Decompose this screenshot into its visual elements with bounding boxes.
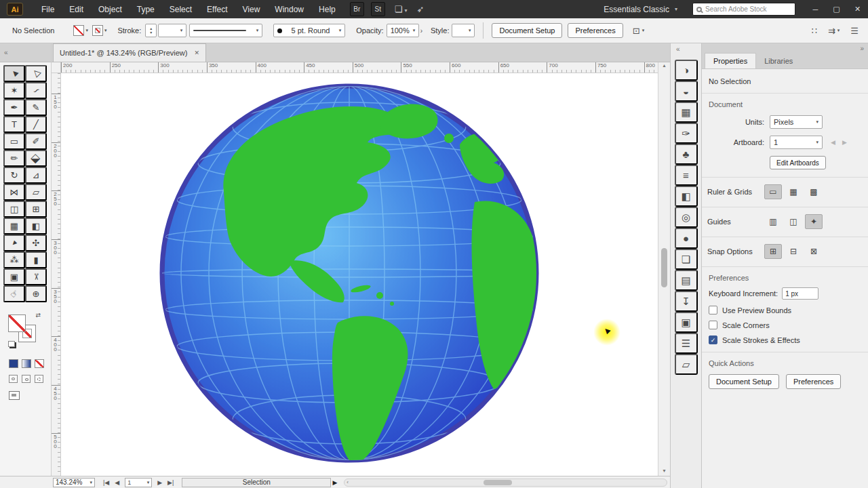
toggle-rulers-button[interactable]: ▭ [764, 184, 782, 199]
swap-fill-stroke-icon[interactable]: ⇄ [35, 312, 41, 319]
opacity-dropdown[interactable]: 100% ▾ [387, 24, 419, 37]
slice-tool[interactable]: ✂ [25, 268, 47, 285]
panel-tab[interactable]: Libraries [756, 53, 801, 68]
show-guides-button[interactable]: ▥ [764, 214, 782, 229]
edit-artboards-button[interactable]: Edit Artboards [770, 156, 826, 169]
vertical-ruler[interactable]: 150200250300350400450500 [52, 73, 61, 476]
checkbox-row[interactable]: Scale Corners [709, 321, 863, 329]
draw-inside-button[interactable] [35, 375, 43, 383]
keyboard-increment-input[interactable] [782, 287, 818, 300]
minimize-button[interactable]: ─ [805, 0, 826, 18]
panel-color-guide-icon[interactable]: ◒ [675, 81, 698, 102]
document-setup-button[interactable]: Document Setup [492, 23, 562, 38]
scroll-up-icon[interactable]: ▴ [663, 62, 665, 70]
next-artboard-button[interactable]: ▶ [157, 479, 162, 486]
blend-tool[interactable]: ✣ [25, 235, 47, 251]
show-grid-button[interactable]: ▦ [785, 184, 802, 199]
artboard-tool[interactable]: ▣ [3, 268, 25, 285]
lock-guides-button[interactable]: ◫ [785, 214, 802, 229]
gradient-tool[interactable]: ◧ [25, 218, 47, 235]
quick-document-setup-button[interactable]: Document Setup [709, 374, 779, 389]
globe-artwork[interactable] [156, 80, 542, 466]
draw-behind-button[interactable] [22, 375, 31, 383]
collapse-toolbar-icon[interactable]: « [4, 49, 8, 56]
menu-item[interactable]: File [34, 1, 62, 18]
expand-panels-icon[interactable]: « [671, 43, 701, 54]
artboard-number-dropdown[interactable]: 1 ▾ [125, 478, 152, 487]
rotate-tool[interactable]: ↻ [3, 167, 25, 184]
arrange-windows-icon[interactable]: ⇉ ▾ [828, 26, 840, 36]
stock-icon[interactable]: St [371, 2, 385, 16]
bridge-icon[interactable]: Br [350, 2, 364, 16]
menu-item[interactable]: Select [162, 1, 199, 18]
line-segment-tool[interactable]: ╱ [25, 116, 47, 133]
scale-tool[interactable]: ⊿ [25, 167, 47, 184]
checkbox-row[interactable]: Use Preview Bounds [709, 306, 863, 314]
horizontal-scroll-thumb[interactable] [484, 480, 512, 485]
brush-definition-dropdown[interactable]: 5 pt. Round ▾ [273, 24, 345, 37]
gpu-performance-icon[interactable]: ➶ [416, 4, 424, 14]
workspace-switcher[interactable]: Essentials Classic ▾ [604, 5, 677, 14]
menu-item[interactable]: Effect [199, 1, 235, 18]
curvature-tool[interactable]: ✎ [25, 99, 47, 116]
checkbox-row[interactable]: ✓ Scale Strokes & Effects [709, 336, 863, 344]
units-dropdown[interactable]: Pixels ▾ [770, 115, 823, 129]
rectangle-tool[interactable]: ▭ [3, 133, 25, 150]
collapse-panels-icon[interactable]: » [702, 43, 868, 53]
direct-selection-tool[interactable]: ▷ [25, 65, 47, 82]
status-display[interactable]: Selection [182, 478, 331, 487]
default-fill-stroke-icon[interactable] [8, 341, 15, 347]
opacity-panel-chevron[interactable]: › [420, 27, 422, 35]
screen-mode-button[interactable] [9, 391, 20, 400]
quick-preferences-button[interactable]: Preferences [786, 374, 841, 389]
fill-swatch-none[interactable] [73, 25, 84, 36]
eyedropper-tool[interactable]: ▼ [3, 235, 25, 251]
panel-transform-icon[interactable]: ▱ [675, 354, 698, 375]
paintbrush-tool[interactable]: ✐ [25, 133, 47, 150]
horizontal-scrollbar[interactable]: ‹ [344, 479, 667, 487]
panel-layers-icon[interactable]: ▤ [675, 270, 698, 291]
arrange-documents-icon[interactable]: ❏▾ [395, 4, 408, 14]
vertical-scroll-thumb[interactable] [661, 248, 667, 287]
style-dropdown[interactable]: ▾ [452, 24, 475, 37]
horizontal-ruler[interactable]: 200250300350400450500550600650700750800 [61, 62, 658, 73]
shaper-tool[interactable]: ✏ [3, 150, 25, 167]
artboard-canvas[interactable]: ► [61, 73, 658, 476]
perspective-grid-tool[interactable]: ⊞ [25, 201, 47, 218]
zoom-tool[interactable]: ⊕ [25, 285, 47, 302]
previous-artboard-icon[interactable]: ◀ [831, 139, 835, 146]
control-panel-menu-icon[interactable]: ☰ [850, 26, 859, 36]
stroke-weight-dropdown[interactable]: ▾ [158, 24, 186, 37]
pen-tool[interactable]: ✒ [3, 99, 25, 116]
smart-guides-button[interactable]: ✦ [805, 214, 823, 229]
width-profile-dropdown[interactable]: ▾ [189, 24, 262, 37]
stroke-weight-stepper[interactable]: ▴ ▾ [145, 24, 157, 37]
draw-normal-button[interactable] [9, 375, 18, 383]
scroll-down-icon[interactable]: ▾ [663, 468, 665, 476]
menu-item[interactable]: Edit [62, 1, 91, 18]
search-input[interactable] [705, 5, 787, 13]
artboard-dropdown[interactable]: 1 ▾ [770, 136, 823, 149]
snap-to-glyph-button[interactable]: ⊠ [805, 244, 823, 259]
panel-color-icon[interactable]: ◑ [675, 60, 698, 81]
snap-to-grid-button[interactable]: ▩ [805, 184, 823, 199]
panel-artboards-icon[interactable]: ▣ [675, 312, 698, 333]
panel-align-icon[interactable]: ☰ [675, 333, 698, 354]
vertical-scroll-track[interactable] [658, 70, 670, 468]
menu-item[interactable]: Window [267, 1, 311, 18]
panel-appearance-icon[interactable]: ● [675, 228, 698, 249]
panel-symbols-icon[interactable]: ♣ [675, 144, 698, 165]
fill-color-control[interactable]: ▾ [73, 25, 88, 36]
fill-indicator[interactable] [8, 314, 26, 332]
next-artboard-icon[interactable]: ▶ [842, 139, 847, 146]
vertical-scrollbar[interactable]: ▴ ▾ [658, 62, 670, 476]
checkbox[interactable] [709, 306, 717, 314]
stepper-down-icon[interactable]: ▾ [150, 30, 152, 35]
checkbox[interactable] [709, 321, 717, 329]
menu-item[interactable]: Object [91, 1, 130, 18]
menu-item[interactable]: Help [311, 1, 343, 18]
none-mode-button[interactable] [35, 359, 44, 368]
column-graph-tool[interactable]: ▮ [25, 251, 47, 268]
align-to-selection-dropdown[interactable]: ⊡ ▾ [633, 26, 644, 36]
magic-wand-tool[interactable]: ✶ [3, 82, 25, 99]
